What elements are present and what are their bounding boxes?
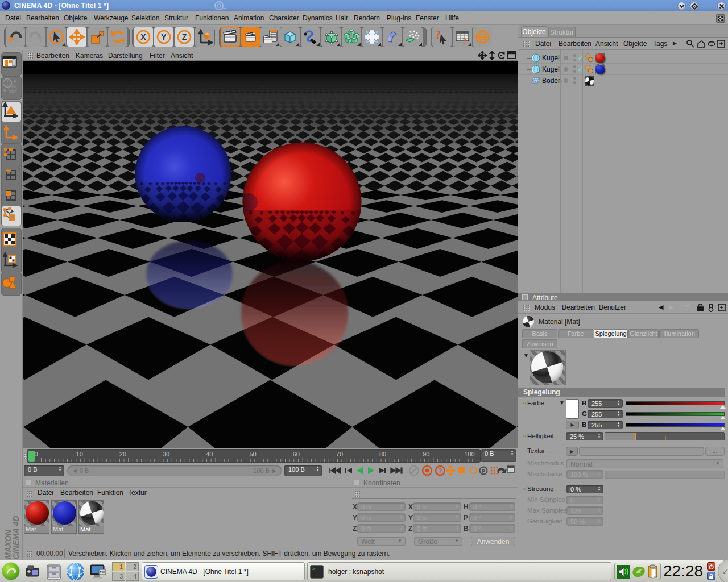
svg-text:P: P [482,468,485,474]
svg-text:Y: Y [161,32,167,41]
svg-text:?: ? [439,467,442,474]
svg-text:X: X [140,32,146,41]
svg-text:Z: Z [182,32,187,41]
svg-text:?: ? [462,37,466,45]
svg-text:?: ? [435,29,441,41]
